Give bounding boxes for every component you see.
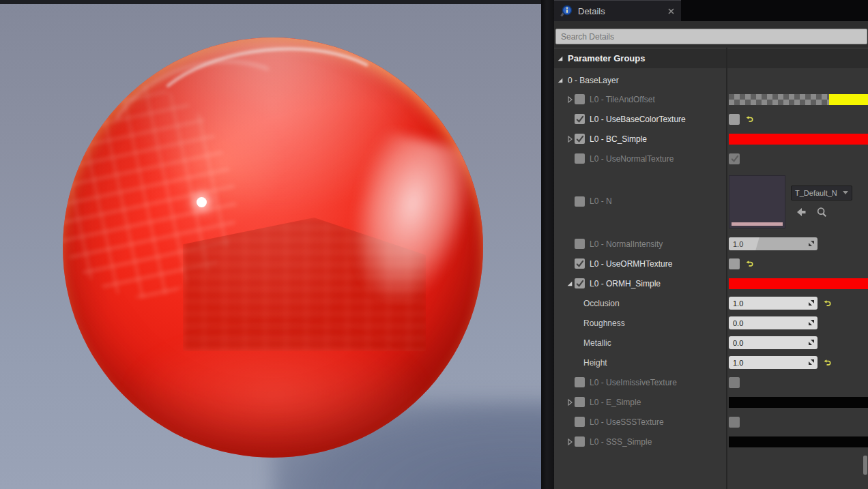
parameter-enable-checkbox[interactable] [575, 94, 585, 104]
parameter-label: L0 - UseSSSTexture [590, 417, 664, 427]
parameter-row: L0 - SSS_Simple [554, 432, 868, 451]
info-magnifier-icon [560, 5, 573, 18]
group-label: 0 - BaseLayer [568, 76, 619, 85]
scalar-value-field[interactable]: 1.0 [729, 297, 818, 310]
parameter-enable-checkbox[interactable] [575, 239, 585, 249]
parameter-enable-checkbox[interactable] [575, 196, 585, 207]
parameter-enable-checkbox[interactable] [575, 114, 585, 124]
column-divider[interactable] [726, 48, 727, 489]
parameter-row: L0 - NormalIntensity 1.0 [554, 234, 868, 254]
vector-color-swatch[interactable] [729, 94, 868, 105]
parameter-row: L0 - ORMH_Simple [554, 273, 868, 293]
diagonal-drag-arrows-icon [808, 339, 815, 346]
parameter-enable-checkbox[interactable] [575, 377, 585, 387]
parameter-label: L0 - ORMH_Simple [590, 279, 661, 288]
texture-asset-dropdown[interactable]: T_Default_N [791, 186, 852, 201]
color-swatch-black[interactable] [729, 397, 868, 408]
parameter-row: L0 - TileAndOffset [554, 89, 868, 109]
color-swatch-red[interactable] [729, 278, 868, 289]
category-parameter-groups[interactable]: Parameter Groups [554, 48, 868, 68]
value-checkbox[interactable] [729, 377, 740, 388]
search-input[interactable] [555, 29, 867, 44]
parameter-label: Occlusion [583, 299, 620, 308]
viewport-top-border [0, 0, 541, 4]
parameter-label: L0 - SSS_Simple [590, 437, 652, 447]
sphere-specular-streak [81, 38, 336, 254]
triangle-right-icon[interactable] [565, 398, 575, 406]
sphere-rim-highlight [63, 38, 483, 458]
reset-to-default-arrow-icon[interactable] [745, 259, 754, 268]
tab-bar: Details [554, 0, 868, 21]
parameter-rows: 0 - BaseLayer L0 - TileAndOffset [554, 68, 868, 451]
triangle-down-icon [557, 77, 564, 84]
parameter-row: Height 1.0 [554, 353, 868, 372]
scalar-value: 1.0 [733, 359, 743, 367]
parameter-enable-checkbox[interactable] [575, 278, 585, 288]
parameter-enable-checkbox[interactable] [575, 436, 585, 447]
sphere-specular-streak [137, 38, 407, 196]
left-arrow-icon[interactable] [795, 207, 807, 218]
parameter-enable-checkbox[interactable] [575, 397, 585, 407]
tab-details[interactable]: Details [554, 0, 681, 21]
checkmark-icon [575, 134, 584, 143]
parameter-label: L0 - N [590, 196, 612, 206]
color-swatch-black[interactable] [729, 436, 868, 447]
vertical-scrollbar-thumb[interactable] [863, 456, 867, 475]
scalar-value-field[interactable]: 1.0 [729, 356, 818, 369]
magnifier-icon[interactable] [815, 207, 828, 218]
close-icon[interactable] [668, 8, 674, 14]
triangle-right-icon[interactable] [565, 438, 575, 446]
triangle-right-icon[interactable] [565, 135, 575, 143]
sphere-top-sheen [90, 40, 459, 218]
parameter-enable-checkbox[interactable] [575, 153, 585, 164]
scalar-value-slider[interactable]: 1.0 [729, 237, 818, 250]
diagonal-drag-arrows-icon [808, 359, 815, 366]
sphere-window-reflection-left [63, 57, 265, 325]
material-preview-viewport[interactable] [0, 0, 541, 489]
preview-sphere [63, 38, 483, 458]
parameter-label: Height [583, 358, 607, 368]
checkmark-icon [575, 259, 584, 268]
reset-to-default-arrow-icon[interactable] [745, 115, 754, 123]
category-title: Parameter Groups [568, 53, 645, 63]
value-checkbox[interactable] [729, 417, 740, 428]
triangle-down-icon[interactable] [565, 280, 575, 287]
scalar-value-field[interactable]: 0.0 [729, 336, 818, 349]
triangle-right-icon[interactable] [565, 95, 575, 104]
value-checkbox[interactable] [729, 258, 740, 269]
parameter-label: L0 - TileAndOffset [590, 95, 655, 104]
checkmark-icon [730, 154, 739, 163]
group-row-baselayer[interactable]: 0 - BaseLayer [554, 71, 868, 89]
scalar-value: 1.0 [733, 299, 743, 308]
value-checkbox[interactable] [729, 114, 740, 125]
parameter-label: Roughness [583, 318, 625, 328]
sphere-specular-dot [197, 197, 207, 207]
checkmark-icon [575, 115, 584, 123]
scalar-value: 0.0 [733, 319, 743, 327]
sphere-bright-reflection-right [337, 128, 481, 311]
search-row [554, 21, 868, 48]
texture-thumbnail[interactable] [729, 175, 785, 228]
parameter-row: Occlusion 1.0 [554, 293, 868, 313]
reset-to-default-arrow-icon[interactable] [823, 299, 832, 308]
details-panel: Details Parameter Groups 0 - BaseLayer [554, 0, 868, 489]
value-checkbox[interactable] [729, 153, 740, 164]
color-swatch-red[interactable] [729, 134, 868, 145]
diagonal-drag-arrows-icon [808, 299, 815, 306]
parameter-enable-checkbox[interactable] [575, 417, 585, 427]
parameter-label: L0 - E_Simple [590, 398, 641, 407]
parameter-enable-checkbox[interactable] [575, 134, 585, 144]
sphere-edge-shading [63, 38, 483, 458]
scalar-value: 1.0 [733, 240, 743, 248]
parameter-row: L0 - BC_Simple [554, 129, 868, 149]
parameter-enable-checkbox[interactable] [575, 258, 585, 269]
reset-to-default-arrow-icon[interactable] [823, 358, 832, 367]
scalar-value-field[interactable]: 0.0 [729, 316, 818, 329]
panel-splitter[interactable] [541, 0, 554, 489]
parameter-row: Metallic 0.0 [554, 333, 868, 353]
parameter-row: L0 - UseBaseColorTexture [554, 109, 868, 129]
parameter-row: Roughness 0.0 [554, 313, 868, 333]
parameter-label: L0 - NormalIntensity [590, 239, 663, 249]
parameter-row: L0 - UseNormalTexture [554, 149, 868, 168]
checkmark-icon [575, 279, 584, 288]
